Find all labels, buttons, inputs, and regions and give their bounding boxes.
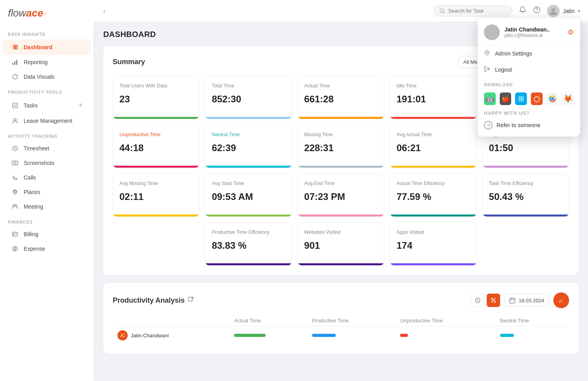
sidebar-item-places[interactable]: Places <box>3 185 91 199</box>
refer-item[interactable]: ↺ Refer to someone <box>484 118 574 132</box>
logo-flame: ⟔ <box>44 10 47 17</box>
avatar: JC <box>117 330 128 340</box>
windows-download[interactable]: ⊞ <box>515 92 527 105</box>
metric-bar <box>390 117 476 119</box>
analysis-date: 18.03.2024 <box>519 298 544 303</box>
chrome-download[interactable] <box>547 92 558 105</box>
metric-card-total-users: Total Users With Data 23 <box>113 76 199 119</box>
metric-card-missing: Missing Time 228:31 <box>298 125 384 168</box>
svg-point-19 <box>537 11 538 12</box>
sidebar-item-screenshots[interactable]: Screenshots <box>3 156 91 170</box>
analysis-title-row: Productivity Analysis <box>113 296 194 305</box>
metric-label: Apps Visited <box>396 229 470 235</box>
metric-bar <box>298 263 384 265</box>
sidebar-item-label: Expense <box>24 246 83 252</box>
user-name-label: Jatin <box>563 8 575 14</box>
refer-icon: ↺ <box>484 121 493 129</box>
download-icons: 🤖 🍎 ⊞ ◯ 🦊 <box>478 89 580 107</box>
admin-settings-item[interactable]: Admin Settings <box>478 45 580 61</box>
metric-label: Unproductive Time <box>119 131 193 138</box>
meeting-icon <box>11 203 19 210</box>
apple-download[interactable]: 🍎 <box>500 92 512 105</box>
sidebar-item-timesheet[interactable]: Timesheet <box>3 141 91 155</box>
metric-card-task-efficiency: Task Time Efficiency 50.43 % <box>482 174 569 217</box>
gear-icon[interactable]: ⚙ <box>568 28 574 37</box>
android-download[interactable]: 🤖 <box>484 92 496 105</box>
sidebar-item-expense[interactable]: Expense <box>3 242 91 256</box>
clock-button[interactable] <box>471 294 484 307</box>
unproductive-time-cell <box>396 327 495 344</box>
external-link-icon[interactable] <box>188 296 194 304</box>
metrics-row-4: Productive Time Efficiency 83.83 % Websi… <box>113 222 569 266</box>
svg-point-5 <box>14 118 16 121</box>
sidebar-item-dashboard[interactable]: ⊞ Dashboard <box>3 39 91 55</box>
user-avatar <box>547 5 560 17</box>
svg-rect-30 <box>510 298 515 303</box>
section-label-productivity: PRODUCTIVITY TOOLS <box>0 84 94 97</box>
table-header-row: Actual Time Productive Time Unproductive… <box>114 315 568 326</box>
metric-card-unproductive: Unproductive Time 44:18 <box>113 125 199 168</box>
summary-title: Summary <box>113 58 145 66</box>
svg-rect-7 <box>12 161 18 165</box>
happy-section: HAPPY WITH US? ↺ Refer to someone <box>478 107 580 133</box>
productivity-analysis-section: Productivity Analysis <box>103 283 579 354</box>
section-productivity-tools: PRODUCTIVITY TOOLS Tasks + Leave Managem… <box>0 84 94 128</box>
tasks-plus-icon[interactable]: + <box>78 101 83 109</box>
logout-item[interactable]: Logout <box>478 61 580 78</box>
dropdown-user-name: Jatin Chandwan.. <box>504 26 563 33</box>
sidebar-item-calls[interactable]: Calls <box>3 170 91 185</box>
admin-settings-icon <box>484 50 490 57</box>
notification-icon[interactable] <box>519 6 527 16</box>
sidebar-item-billing[interactable]: Billing <box>3 227 91 241</box>
sidebar-item-data-visuals[interactable]: Data Visuals <box>3 70 91 84</box>
search-bar[interactable] <box>434 5 512 17</box>
sidebar-item-reporting[interactable]: Reporting <box>3 55 91 69</box>
col-productive-time: Productive Time <box>308 315 396 326</box>
sidebar-item-tasks[interactable]: Tasks + <box>3 97 91 113</box>
data-visuals-icon <box>11 74 19 80</box>
unproductive-time-bar <box>400 334 408 337</box>
percent-button[interactable] <box>487 294 500 307</box>
metric-value: 83.83 % <box>212 240 285 257</box>
sidebar-item-label: Meeting <box>24 203 83 210</box>
section-label-data-insights: DATA INSIGHTS <box>0 26 94 39</box>
svg-point-10 <box>13 205 15 207</box>
analysis-icon-controls <box>471 294 500 307</box>
user-menu-button[interactable]: Jatin ▾ <box>547 5 580 17</box>
analysis-table: Actual Time Productive Time Unproductive… <box>113 314 569 344</box>
sidebar-item-meeting[interactable]: Meeting <box>3 200 91 214</box>
user-name: Jatin Chandwani <box>131 333 169 338</box>
sidebar-item-leave-management[interactable]: Leave Management <box>3 114 91 128</box>
col-unproductive-time: Unproductive Time <box>396 315 495 326</box>
col-actual-time: Actual Time <box>230 315 307 326</box>
logout-label: Logout <box>495 67 512 73</box>
metric-value: 228:31 <box>304 142 378 159</box>
metric-value: 661:28 <box>304 94 378 111</box>
metric-card-total-time: Total Time 852:30 <box>205 76 292 119</box>
firefox-download[interactable]: 🦊 <box>562 92 574 105</box>
metrics-row-3: Avg Missing Time 02:11 Avg Start Time 09… <box>113 174 569 217</box>
metric-value: 07:23 PM <box>304 191 378 208</box>
svg-point-34 <box>490 29 494 33</box>
analysis-date-picker[interactable]: 18.03.2024 <box>504 294 549 307</box>
actual-time-cell <box>230 327 307 344</box>
metric-bar <box>390 215 476 216</box>
search-input[interactable] <box>448 8 503 14</box>
analysis-controls: 18.03.2024 ⟔ <box>471 292 569 308</box>
metric-bar <box>205 117 291 119</box>
productive-time-cell <box>308 327 396 344</box>
metric-value: 852:30 <box>212 94 285 111</box>
logo: flowace⟔ <box>0 0 94 26</box>
metric-label: Avg End Time <box>304 180 378 187</box>
sidebar-item-label: Tasks <box>24 102 74 109</box>
metric-bar <box>113 117 199 119</box>
help-icon[interactable] <box>533 6 541 16</box>
metric-bar <box>298 215 384 216</box>
ubuntu-download[interactable]: ◯ <box>531 92 543 105</box>
svg-point-28 <box>491 298 493 300</box>
sidebar-item-label: Leave Management <box>24 118 83 124</box>
collapse-button[interactable]: ‹ <box>102 6 107 16</box>
svg-rect-2 <box>16 60 17 65</box>
metric-value: 02:11 <box>119 191 193 208</box>
sidebar-item-label: Calls <box>24 174 83 181</box>
